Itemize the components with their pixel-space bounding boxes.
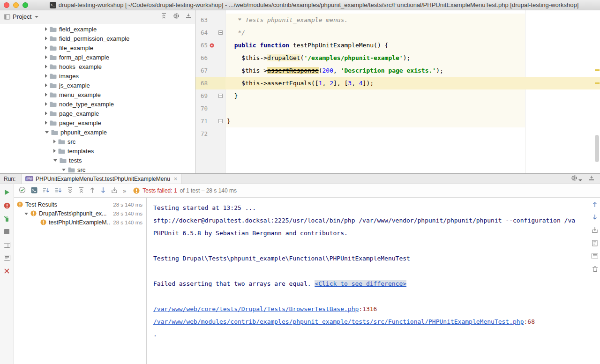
minimize-window-button[interactable]: [13, 2, 19, 8]
restore-layout-icon[interactable]: [4, 241, 10, 248]
chevron-right-icon[interactable]: [45, 65, 47, 68]
chevron-right-icon[interactable]: [53, 149, 56, 153]
editor-line-64[interactable]: 64 */: [195, 26, 600, 39]
collapse-all-icon[interactable]: [161, 13, 167, 21]
hide-toolwindow-icon[interactable]: [589, 175, 594, 182]
project-tree-item-js_example[interactable]: js_example: [0, 81, 195, 90]
toggle-auto-test-icon[interactable]: [3, 215, 10, 222]
project-tree-item-phpunit_example[interactable]: phpunit_example: [0, 127, 195, 137]
chevron-right-icon[interactable]: [45, 83, 47, 87]
editor-line-65[interactable]: 65 public function testPhpUnitExampleMen…: [195, 39, 600, 52]
show-passed-icon[interactable]: [19, 186, 26, 195]
chevron-right-icon[interactable]: [45, 111, 47, 115]
chevron-right-icon[interactable]: [45, 102, 47, 106]
clear-console-icon[interactable]: [592, 266, 598, 274]
next-failed-test-icon[interactable]: [100, 187, 106, 195]
fold-region-icon[interactable]: [218, 94, 223, 98]
stop-icon[interactable]: [4, 228, 9, 235]
failed-test-gutter-icon[interactable]: [210, 43, 214, 48]
sort-by-duration-icon[interactable]: [43, 187, 50, 195]
project-tree-item-src[interactable]: src: [0, 165, 195, 173]
console-file-link[interactable]: /var/www/web/core/tests/Drupal/Tests/Bro…: [153, 305, 359, 312]
code-text[interactable]: $this->assertResponse(200, 'Description …: [225, 67, 443, 74]
project-tree-item-templates[interactable]: templates: [0, 146, 195, 156]
test-console[interactable]: Testing started at 13:25 ...sftp://docke…: [147, 198, 600, 364]
see-difference-link[interactable]: <Click to see difference>: [315, 280, 406, 287]
code-text[interactable]: public function testPhpUnitExampleMenu()…: [225, 42, 388, 49]
test-tree-item[interactable]: testPhpUnitExampleM...28 s 140 ms: [14, 218, 146, 227]
chevron-right-icon[interactable]: [45, 37, 47, 40]
code-text[interactable]: $this->assertEquals([1, 2], [3, 4]);: [225, 80, 374, 87]
hide-panel-icon[interactable]: [186, 13, 191, 20]
project-tree-item-field_example[interactable]: field_example: [0, 24, 195, 34]
project-tree-item-file_example[interactable]: file_example: [0, 43, 195, 52]
chevron-down-icon[interactable]: [35, 16, 38, 18]
close-window-button[interactable]: [4, 2, 9, 8]
project-tree-item-page_example[interactable]: page_example: [0, 109, 195, 118]
chevron-down-icon[interactable]: [45, 131, 49, 134]
editor-line-72[interactable]: 72: [195, 127, 600, 140]
project-tree-item-images[interactable]: images: [0, 71, 195, 81]
code-text[interactable]: }: [225, 92, 238, 99]
editor-lines[interactable]: 63 * Tests phpunit_example menus.64 */65…: [195, 10, 600, 140]
code-text[interactable]: */: [225, 29, 245, 36]
expand-all-icon[interactable]: [67, 187, 73, 195]
settings-gear-icon[interactable]: [571, 175, 582, 183]
test-tree-item[interactable]: Drupal\Tests\phpunit_ex...28 s 140 ms: [14, 209, 146, 218]
editor-line-67[interactable]: 67 $this->assertResponse(200, 'Descripti…: [195, 64, 600, 77]
warning-stripe-mark[interactable]: [595, 69, 600, 71]
rerun-test-icon[interactable]: [4, 189, 10, 196]
next-occurrence-icon[interactable]: [592, 214, 598, 222]
chevron-right-icon[interactable]: [45, 27, 47, 31]
project-tree-item-hooks_example[interactable]: hooks_example: [0, 62, 195, 71]
project-tree-item-field_permission_example[interactable]: field_permission_example: [0, 34, 195, 43]
more-actions-icon[interactable]: »: [123, 187, 126, 194]
run-tab[interactable]: php PHPUnitExampleMenuTest.testPhpUnitEx…: [21, 174, 181, 184]
project-tree-item-form_api_example[interactable]: form_api_example: [0, 52, 195, 62]
print-icon[interactable]: [592, 240, 598, 248]
rerun-failed-tests-icon[interactable]: [4, 202, 10, 209]
collapse-all-icon[interactable]: [78, 187, 84, 195]
chevron-down-icon[interactable]: [53, 159, 57, 162]
scroll-to-end-icon[interactable]: [592, 253, 598, 260]
editor-line-70[interactable]: 70: [195, 102, 600, 115]
chevron-right-icon[interactable]: [45, 74, 47, 78]
chevron-right-icon[interactable]: [45, 55, 47, 59]
warning-stripe-mark[interactable]: [595, 82, 600, 84]
code-text[interactable]: * Tests phpunit_example menus.: [225, 16, 348, 23]
project-tree-item-menu_example[interactable]: menu_example: [0, 90, 195, 99]
editor-line-68[interactable]: 68 $this->assertEquals([1, 2], [3, 4]);: [195, 77, 600, 89]
test-history-icon[interactable]: [4, 254, 10, 261]
export-test-results-icon[interactable]: [592, 227, 598, 235]
chevron-down-icon[interactable]: [24, 213, 28, 215]
code-text[interactable]: $this->drupalGet('/examples/phpunit-exam…: [225, 54, 410, 61]
code-editor[interactable]: 63 * Tests phpunit_example menus.64 */65…: [195, 10, 600, 173]
show-ignored-icon[interactable]: [31, 187, 38, 195]
project-panel-title[interactable]: Project: [13, 13, 31, 20]
editor-line-63[interactable]: 63 * Tests phpunit_example menus.: [195, 14, 600, 26]
previous-occurrence-icon[interactable]: [592, 201, 598, 209]
editor-scrollbar-thumb[interactable]: [595, 135, 599, 162]
project-tree-item-pager_example[interactable]: pager_example: [0, 118, 195, 127]
project-tree-item-src[interactable]: src: [0, 137, 195, 146]
editor-line-71[interactable]: 71}: [195, 115, 600, 127]
fold-region-icon[interactable]: [218, 30, 223, 35]
import-test-results-icon[interactable]: [111, 187, 118, 195]
zoom-window-button[interactable]: [22, 2, 28, 8]
editor-line-69[interactable]: 69 }: [195, 89, 600, 102]
project-tree-item-tests[interactable]: tests: [0, 156, 195, 165]
chevron-right-icon[interactable]: [45, 46, 47, 50]
project-tree-item-node_type_example[interactable]: node_type_example: [0, 99, 195, 109]
console-file-link[interactable]: /var/www/web/modules/contrib/examples/ph…: [153, 318, 524, 325]
chevron-right-icon[interactable]: [45, 93, 47, 97]
chevron-down-icon[interactable]: [62, 169, 66, 171]
settings-gear-icon[interactable]: [173, 13, 180, 21]
editor-line-66[interactable]: 66 $this->drupalGet('/examples/phpunit-e…: [195, 52, 600, 64]
test-tree-item[interactable]: Test Results28 s 140 ms: [14, 200, 146, 209]
chevron-right-icon[interactable]: [45, 121, 47, 125]
fold-region-icon[interactable]: [218, 119, 223, 123]
close-tab-icon[interactable]: ×: [174, 176, 178, 182]
chevron-right-icon[interactable]: [53, 140, 56, 143]
close-toolwindow-icon[interactable]: [4, 267, 9, 275]
code-text[interactable]: }: [225, 118, 231, 125]
